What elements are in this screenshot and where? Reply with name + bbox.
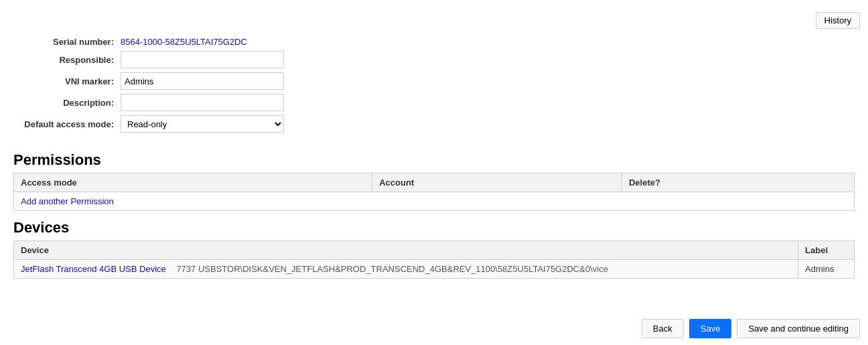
device-label-cell: Admins — [798, 260, 855, 279]
top-bar: History — [0, 7, 868, 34]
vni-marker-row: VNI marker: — [13, 72, 855, 90]
device-detail: 7737 USBSTOR\DISK&VEN_JETFLASH&PROD_TRAN… — [176, 264, 607, 274]
serial-number-label: Serial number: — [13, 37, 121, 47]
add-permission-link[interactable]: Add another Permission — [21, 196, 114, 206]
permissions-col-delete: Delete? — [622, 174, 854, 192]
devices-col-label: Label — [798, 241, 855, 260]
default-access-mode-label: Default access mode: — [13, 119, 121, 129]
permissions-heading: Permissions — [0, 143, 868, 173]
vni-marker-label: VNI marker: — [13, 76, 121, 86]
devices-col-device: Device — [14, 241, 798, 260]
responsible-row: Responsible: — [13, 51, 855, 68]
devices-header-row: Device Label — [14, 241, 855, 260]
permissions-col-account: Account — [372, 174, 622, 192]
description-row: Description: — [13, 94, 855, 111]
page-container: History Serial number: 8564-1000-58Z5U5L… — [0, 0, 868, 345]
default-access-mode-row: Default access mode: Read-only Read-writ… — [13, 115, 855, 133]
permissions-table: Access mode Account Delete? Add another … — [13, 173, 855, 211]
device-cell: JetFlash Transcend 4GB USB Device 7737 U… — [14, 260, 798, 279]
permissions-col-access-mode: Access mode — [14, 174, 372, 192]
form-section: Serial number: 8564-1000-58Z5U5LTAI75G2D… — [0, 34, 868, 143]
description-input[interactable] — [121, 94, 284, 111]
devices-table: Device Label JetFlash Transcend 4GB USB … — [13, 240, 855, 279]
save-button[interactable]: Save — [689, 319, 732, 338]
responsible-input[interactable] — [121, 51, 284, 68]
table-row: JetFlash Transcend 4GB USB Device 7737 U… — [14, 260, 855, 279]
serial-number-row: Serial number: 8564-1000-58Z5U5LTAI75G2D… — [13, 37, 855, 47]
devices-heading: Devices — [0, 211, 868, 240]
history-button[interactable]: History — [816, 12, 860, 29]
vni-marker-input[interactable] — [121, 72, 284, 90]
description-label: Description: — [13, 98, 121, 108]
responsible-label: Responsible: — [13, 55, 121, 65]
permissions-add-cell: Add another Permission — [14, 192, 855, 211]
permissions-add-row: Add another Permission — [14, 192, 855, 211]
back-button[interactable]: Back — [642, 319, 684, 338]
save-continue-button[interactable]: Save and continue editing — [737, 319, 860, 338]
permissions-header-row: Access mode Account Delete? — [14, 174, 855, 192]
default-access-mode-select[interactable]: Read-only Read-write No access — [121, 115, 284, 133]
device-name-link[interactable]: JetFlash Transcend 4GB USB Device — [21, 264, 166, 274]
serial-number-value: 8564-1000-58Z5U5LTAI75G2DC — [121, 37, 247, 47]
footer-bar: Back Save Save and continue editing — [642, 319, 860, 338]
